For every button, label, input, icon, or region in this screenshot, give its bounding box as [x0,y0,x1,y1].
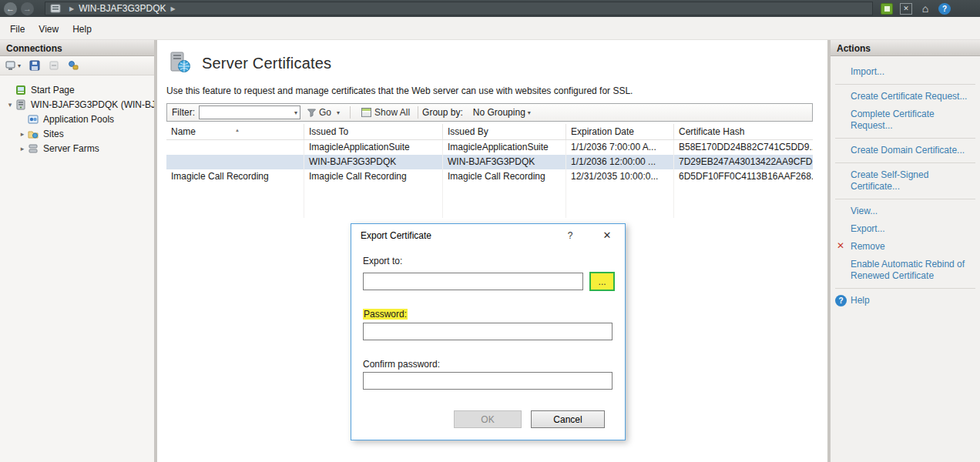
table-header-row: ▲ Name Issued To Issued By Expiration Da… [166,124,813,140]
menu-help[interactable]: Help [65,22,99,37]
cell-issued-by: ImagicleApplicationSuite [443,140,566,155]
action-import[interactable]: Import... [831,63,980,81]
dialog-help-button[interactable]: ? [560,227,580,244]
action-remove[interactable]: ✕ Remove [831,238,980,256]
actions-header: Actions [831,40,980,56]
page-title: Server Certificates [202,55,331,72]
tree-item-server[interactable]: ▾ WIN-BJAF3G3PDQK (WIN-BJA [0,97,154,112]
column-header-expiration-date[interactable]: Expiration Date [566,124,674,139]
group-by-dropdown[interactable]: No Grouping ▾ [470,105,536,119]
cell-name [166,155,304,169]
action-complete-certificate-request[interactable]: Complete Certificate Request... [831,105,980,135]
disconnect-icon [49,60,59,71]
menu-file[interactable]: File [3,22,32,37]
column-header-issued-by[interactable]: Issued By [443,124,566,139]
help-label: Help [851,295,870,306]
help-glyph: ? [942,5,947,13]
certificates-table: ▲ Name Issued To Issued By Expiration Da… [166,124,813,218]
ok-button[interactable]: OK [454,410,522,428]
expanded-twisty-icon[interactable]: ▾ [5,101,15,109]
funnel-icon [307,109,316,117]
iis-manager-window: ← → ▶ WIN-BJAF3G3PDQK ▶ ✕ ⌂ ? File View … [0,0,980,462]
cell-expiration-date: 1/1/2036 7:00:00 A... [566,140,674,155]
tree-item-start-page[interactable]: Start Page [0,82,154,97]
dropdown-caret-icon[interactable]: ▾ [292,109,300,116]
show-all-label: Show All [374,107,410,118]
actions-list: Import... Create Certificate Request... … [831,56,980,310]
collapsed-twisty-icon[interactable]: ▸ [17,130,28,138]
table-row-selected[interactable]: WIN-BJAF3G3PDQK WIN-BJAF3G3PDQK 1/1/2036… [166,155,813,169]
feature-view-icon[interactable] [881,3,893,15]
server-farms-icon [28,143,40,154]
dropdown-caret-icon: ▾ [525,109,533,116]
column-header-certificate-hash[interactable]: Certificate Hash [674,124,813,139]
confirm-password-input[interactable] [363,372,612,390]
delegation-icon [68,60,79,71]
browse-button[interactable]: ... [589,272,615,291]
filter-combo[interactable]: ▾ [199,105,300,119]
export-to-input[interactable] [363,273,583,290]
dialog-close-button[interactable]: ✕ [597,227,617,244]
titlebar-icon-group: ✕ ⌂ ? [881,3,951,15]
menu-view[interactable]: View [32,22,65,37]
connections-tree: Start Page ▾ WIN-BJAF3G3PDQK (WIN-BJA Ap… [0,75,154,156]
delegation-button[interactable] [66,59,80,72]
password-input[interactable] [363,323,612,340]
filter-input[interactable] [200,107,292,118]
table-row[interactable]: Imagicle Call Recording Imagicle Call Re… [166,169,813,184]
action-create-self-signed-certificate[interactable]: Create Self-Signed Certificate... [831,166,980,196]
menu-bar: File View Help [0,17,980,40]
tree-item-application-pools[interactable]: Application Pools [0,112,154,126]
dropdown-caret-icon: ▾ [18,62,21,69]
dialog-title: Export Certificate [361,230,560,241]
close-feature-icon[interactable]: ✕ [900,3,912,15]
collapsed-twisty-icon[interactable]: ▸ [17,145,28,152]
cell-issued-to: WIN-BJAF3G3PDQK [304,155,443,169]
table-row[interactable]: ImagicleApplicationSuite ImagicleApplica… [166,140,813,155]
save-connections-button[interactable] [28,59,42,72]
actions-separator [835,162,975,163]
back-button[interactable]: ← [4,2,17,15]
new-connection-icon [5,61,17,71]
cell-expiration-date: 12/31/2035 10:00:0... [566,169,674,184]
action-create-domain-certificate[interactable]: Create Domain Certificate... [831,142,980,159]
tree-label: Start Page [31,85,75,95]
close-x-glyph: ✕ [903,5,909,12]
cancel-button[interactable]: Cancel [531,410,605,428]
breadcrumb-server[interactable]: WIN-BJAF3G3PDQK [79,3,166,14]
tree-item-sites[interactable]: ▸ Sites [0,126,154,141]
address-bar[interactable]: ▶ WIN-BJAF3G3PDQK ▶ [45,2,873,15]
action-enable-automatic-rebind[interactable]: Enable Automatic Rebind of Renewed Certi… [831,256,980,285]
new-connection-button[interactable]: ▾ [4,60,22,72]
home-icon[interactable]: ⌂ [919,3,931,15]
breadcrumb-arrow-icon: ▶ [69,5,74,12]
column-header-name[interactable]: ▲ Name [166,124,304,139]
tree-item-server-farms[interactable]: ▸ Server Farms [0,141,154,156]
action-export[interactable]: Export... [831,220,980,238]
forward-arrow-icon: → [23,4,32,13]
dropdown-caret-icon: ▾ [334,109,342,116]
show-all-button[interactable]: Show All [357,105,414,119]
cell-issued-to: Imagicle Call Recording [304,169,443,184]
dialog-titlebar[interactable]: Export Certificate ? ✕ [351,224,625,246]
go-button[interactable]: Go ▾ [304,105,346,119]
start-page-icon [15,85,28,95]
action-create-certificate-request[interactable]: Create Certificate Request... [831,88,980,105]
export-to-label: Export to: [363,256,402,266]
cell-expiration-date: 1/1/2036 12:00:00 ... [566,155,674,169]
connections-panel: Connections ▾ [0,40,154,462]
action-help[interactable]: ? Help [831,292,980,310]
export-certificate-dialog: Export Certificate ? ✕ Export to: ... Pa… [351,223,626,440]
tree-label: Sites [43,129,64,139]
disconnect-button[interactable] [47,59,61,72]
cell-issued-by: WIN-BJAF3G3PDQK [443,155,566,169]
cell-issued-by: Imagicle Call Recording [443,169,566,184]
help-icon[interactable]: ? [938,3,951,15]
tree-label: Application Pools [43,114,114,125]
save-icon [29,60,40,71]
action-view[interactable]: View... [831,203,980,220]
forward-button[interactable]: → [21,2,34,15]
column-header-issued-to[interactable]: Issued To [304,124,443,139]
password-label: Password: [363,309,408,320]
actions-separator [835,199,975,199]
